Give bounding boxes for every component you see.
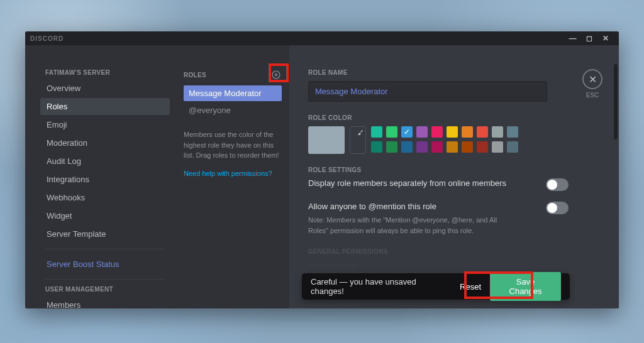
color-swatch[interactable]: [477, 141, 488, 153]
nav-overview[interactable]: Overview: [40, 80, 170, 97]
color-row-2: [371, 141, 518, 153]
allow-mention-label: Allow anyone to @mention this role: [308, 202, 516, 211]
save-changes-button[interactable]: Save Changes: [490, 272, 561, 301]
app-name: DISCORD: [30, 35, 64, 42]
allow-mention-note: Note: Members with the "Mention @everyon…: [308, 215, 516, 236]
nav-webhooks[interactable]: Webhooks: [40, 189, 170, 206]
reset-button[interactable]: Reset: [451, 277, 490, 297]
divider: [45, 249, 165, 249]
role-item-selected[interactable]: Message Moderator: [184, 85, 282, 101]
color-swatch[interactable]: [431, 141, 443, 153]
allow-mention-toggle[interactable]: [546, 202, 569, 214]
color-swatch[interactable]: [371, 126, 382, 138]
titlebar: DISCORD — ◻ ✕: [25, 31, 619, 45]
role-name-input[interactable]: [308, 81, 547, 102]
roles-hint: Members use the color of the highest rol…: [184, 129, 282, 161]
nav-widget[interactable]: Widget: [40, 207, 170, 224]
color-swatch[interactable]: [386, 141, 397, 153]
administrator-label: Administrator: [308, 260, 569, 270]
color-swatch[interactable]: [416, 126, 428, 138]
color-swatch[interactable]: [416, 141, 428, 153]
server-header: FATIMAW'S SERVER: [45, 69, 170, 76]
eyedropper-icon: [357, 129, 364, 135]
minimize-button[interactable]: —: [565, 31, 581, 45]
color-row-1: ✓: [371, 126, 518, 138]
color-swatch[interactable]: ✓: [401, 126, 413, 138]
color-swatch[interactable]: [492, 126, 503, 138]
nav-members[interactable]: Members: [40, 297, 170, 308]
color-swatch[interactable]: [462, 126, 473, 138]
role-settings-panel: ✕ ESC ROLE NAME ROLE COLOR: [289, 45, 619, 308]
color-swatch[interactable]: [386, 126, 397, 138]
color-swatch[interactable]: [507, 141, 518, 153]
role-color-label: ROLE COLOR: [308, 114, 569, 121]
color-swatch[interactable]: [507, 126, 518, 138]
scrollbar-track[interactable]: [614, 64, 618, 302]
user-mgmt-header: USER MANAGEMENT: [45, 286, 170, 293]
role-settings-label: ROLE SETTINGS: [308, 166, 569, 173]
nav-server-template[interactable]: Server Template: [40, 226, 170, 242]
nav-boost-status[interactable]: Server Boost Status: [40, 256, 170, 273]
role-name-label: ROLE NAME: [308, 69, 569, 76]
scrollbar-thumb[interactable]: [614, 64, 618, 139]
nav-emoji[interactable]: Emoji: [40, 116, 170, 133]
unsaved-warning: Careful — you have unsaved changes!: [311, 277, 451, 296]
nav-roles[interactable]: Roles: [40, 98, 170, 115]
color-swatch[interactable]: [401, 141, 413, 153]
settings-sidebar: FATIMAW'S SERVER Overview Roles Emoji Mo…: [25, 45, 176, 308]
maximize-button[interactable]: ◻: [581, 31, 597, 45]
color-swatch[interactable]: [492, 141, 503, 153]
color-swatch[interactable]: [431, 126, 443, 138]
esc-label: ESC: [582, 92, 602, 99]
close-icon: ✕: [589, 74, 597, 85]
color-swatch[interactable]: [477, 126, 488, 138]
add-role-button[interactable]: [270, 69, 282, 80]
divider: [45, 279, 165, 280]
role-item-everyone[interactable]: @everyone: [184, 102, 282, 118]
nav-moderation[interactable]: Moderation: [40, 134, 170, 151]
nav-audit-log[interactable]: Audit Log: [40, 153, 170, 170]
permissions-help-link[interactable]: Need help with permissions?: [184, 170, 282, 177]
general-perms-label: GENERAL PERMISSIONS: [308, 248, 569, 255]
color-swatch[interactable]: [447, 126, 458, 138]
nav-integrations[interactable]: Integrations: [40, 171, 170, 188]
color-swatch[interactable]: [462, 141, 473, 153]
color-swatch[interactable]: [371, 141, 382, 153]
roles-list-column: ROLES Message Moderator @everyone Member…: [176, 45, 289, 308]
app-window: DISCORD — ◻ ✕ FATIMAW'S SERVER Overview …: [25, 31, 619, 308]
roles-header: ROLES: [184, 72, 206, 79]
default-color-swatch[interactable]: [308, 126, 345, 154]
close-settings-button[interactable]: ✕: [582, 69, 602, 89]
display-separately-toggle[interactable]: [546, 178, 569, 191]
close-window-button[interactable]: ✕: [597, 31, 614, 45]
unsaved-changes-bar: Careful — you have unsaved changes! Rese…: [302, 273, 570, 300]
plus-circle-icon: [272, 70, 280, 79]
color-swatch[interactable]: [447, 141, 458, 153]
display-separately-label: Display role members separately from onl…: [308, 178, 506, 188]
custom-color-picker[interactable]: [350, 126, 366, 154]
